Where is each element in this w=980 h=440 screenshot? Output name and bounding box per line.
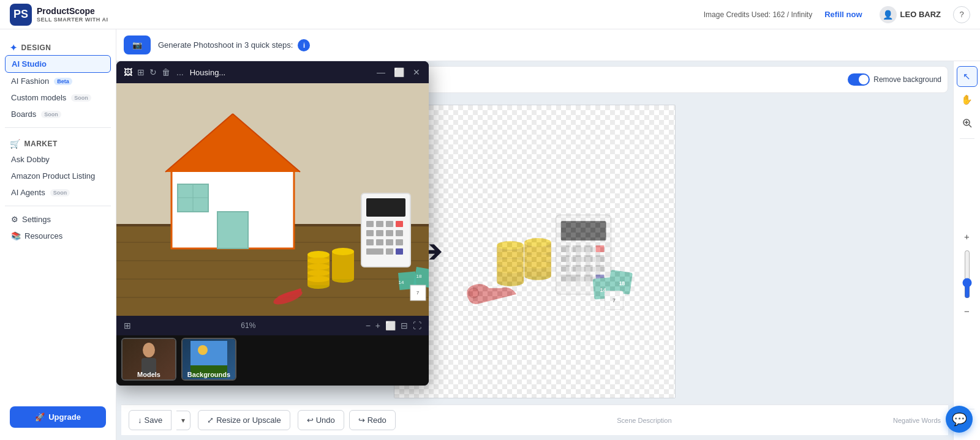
right-panel: ↖ ✋ + − ◎ [953,61,980,440]
svg-rect-64 [524,242,551,276]
chat-bubble-btn[interactable]: 💬 [946,406,973,433]
panel-hand-btn[interactable]: ✋ [957,89,978,110]
modal-tab-icon-crop[interactable]: ⊞ [137,67,145,77]
thumbnail-backgrounds[interactable]: Backgrounds [181,338,236,381]
svg-point-63 [524,271,551,280]
svg-rect-76 [573,255,581,261]
undo-button[interactable]: ↩ Undo [298,410,344,430]
help-button[interactable]: ? [953,6,970,23]
modal-zoom-in-btn[interactable]: + [375,321,380,330]
modal-tab-icon-rotate[interactable]: ↻ [149,67,157,77]
svg-rect-82 [596,264,605,271]
panel-zoom-in-btn[interactable] [957,113,978,133]
modal-footer: ⊞ 61% − + ⬜ ⊟ ⛶ [116,316,429,335]
user-profile[interactable]: 👤 LEO BARZ [880,6,941,23]
save-button[interactable]: ↓ Save [129,410,172,430]
sidebar-item-ai-fashion[interactable]: AI Fashion Beta [5,73,111,89]
svg-point-86 [469,288,478,297]
modal-grid-btn[interactable]: ⊟ [401,321,408,330]
design-icon: ✦ [10,43,18,53]
chat-icon: 💬 [952,412,967,427]
modal-controls: — ⬜ ✕ [375,66,421,78]
thumbnail-models[interactable]: Models [121,338,176,381]
panel-cursor-btn[interactable]: ↖ [957,66,978,87]
modal-image-area: 18 14 7 [116,83,429,316]
svg-rect-74 [596,245,605,252]
modal-header: 🖼 ⊞ ↻ 🗑 ... Housing... — ⬜ ✕ [116,61,429,83]
svg-point-57 [497,277,524,286]
svg-point-21 [307,264,330,270]
sidebar-item-resources[interactable]: 📚 Resources [5,228,111,244]
modal-tab-icon-trash[interactable]: 🗑 [162,67,170,77]
svg-rect-85 [596,274,605,281]
remove-bg-label: Remove background [873,75,941,84]
svg-rect-13 [217,212,248,248]
svg-text:7: 7 [612,297,616,303]
main-layout: ✦ DESIGN AI Studio AI Fashion Beta Custo… [0,29,980,440]
amazon-label: Amazon Product Listing [11,171,95,181]
svg-rect-70 [561,221,606,241]
panel-zoom-plus-btn[interactable]: + [957,226,978,247]
sidebar-divider-2 [5,206,111,206]
sidebar-item-ai-agents[interactable]: AI Agents Soon [5,184,111,201]
zoom-slider[interactable] [962,250,972,299]
modal-close-btn[interactable]: ✕ [412,66,421,78]
modal-maximize-btn[interactable]: ⬜ [393,66,405,78]
svg-rect-33 [366,230,374,236]
photoshoot-button[interactable]: 📷 [124,35,151,54]
svg-point-52 [143,343,155,357]
svg-rect-31 [386,221,393,227]
sidebar-item-ai-studio[interactable]: AI Studio [5,55,111,73]
svg-rect-78 [596,255,605,261]
svg-rect-81 [584,264,593,271]
ai-agents-label: AI Agents [11,188,45,197]
modal-zoom-out-btn[interactable]: − [366,321,371,330]
svg-point-20 [307,258,330,264]
sidebar: ✦ DESIGN AI Studio AI Fashion Beta Custo… [0,29,116,440]
undo-icon: ↩ [307,416,314,425]
svg-rect-83 [561,274,581,281]
svg-rect-54 [190,341,227,365]
upgrade-button[interactable]: 🚀 Upgrade [10,406,106,428]
resize-button[interactable]: ⤢ Resize or Upscale [198,410,290,430]
sidebar-item-settings[interactable]: ⚙ Settings [5,211,111,228]
save-dropdown-btn[interactable]: ▾ [176,411,190,430]
refill-button[interactable]: Refill now [824,10,862,19]
sidebar-item-custom-models[interactable]: Custom models Soon [5,89,111,106]
ai-studio-label: AI Studio [12,59,47,69]
remove-bg-switch[interactable] [848,73,870,86]
svg-point-22 [307,270,330,276]
info-badge: i [298,39,310,51]
content-area: 📷 Generate Photoshoot in 3 quick steps: … [116,29,980,440]
modal-fit-btn[interactable]: ⬜ [385,321,396,330]
modal-tab-icon-image[interactable]: 🖼 [124,67,132,77]
boards-badge: Soon [41,111,61,118]
svg-point-60 [497,251,524,258]
user-name: LEO BARZ [900,10,941,19]
logo: PS ProductScope SELL SMARTER WITH AI [10,4,108,26]
svg-point-67 [524,253,551,261]
negative-words-label: Negative Words [893,417,941,424]
logo-icon: PS [10,4,32,26]
svg-point-19 [307,251,330,258]
sidebar-item-boards[interactable]: Boards Soon [5,106,111,122]
panel-zoom-minus-btn[interactable]: − [957,301,978,322]
canvas-bottom: ↓ Save ▾ ⤢ Resize or Upscale ↩ Undo ↪ Re [121,405,948,435]
modal-fullscreen-btn[interactable]: ⛶ [413,321,421,330]
boards-label: Boards [11,110,36,119]
custom-models-badge: Soon [71,94,91,102]
sidebar-item-amazon[interactable]: Amazon Product Listing [5,168,111,184]
svg-rect-34 [376,230,383,236]
top-header: PS ProductScope SELL SMARTER WITH AI Ima… [0,0,980,29]
ai-fashion-label: AI Fashion [11,76,49,86]
svg-rect-72 [573,245,581,252]
modal-footer-left: ⊞ [124,321,131,330]
modal-minimize-btn[interactable]: — [375,66,386,78]
modal-ellipsis-btn[interactable]: ... [175,66,185,78]
sidebar-item-ask-dobby[interactable]: Ask Dobby [5,151,111,168]
svg-rect-28 [366,198,405,217]
modal-footer-grid-btn[interactable]: ⊞ [124,321,131,330]
redo-button[interactable]: ↪ Redo [349,410,396,430]
svg-text:18: 18 [619,280,625,286]
svg-rect-38 [376,239,383,245]
